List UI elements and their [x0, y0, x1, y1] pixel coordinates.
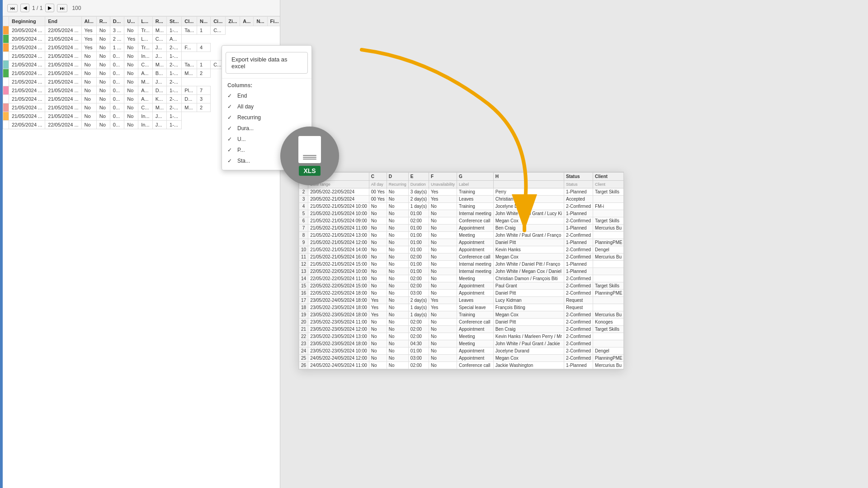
spreadsheet-cell: 04:30	[408, 340, 429, 347]
dropdown-column-item[interactable]: ✓All day	[222, 101, 311, 112]
spreadsheet-cell: 01:00	[408, 268, 429, 275]
spreadsheet-cell: No	[369, 217, 387, 225]
table-cell: 21/05/2024 ...	[45, 35, 81, 43]
table-cell: 0...	[110, 52, 124, 61]
spreadsheet-cell: Mercurius Bu	[593, 225, 624, 232]
spreadsheet-cell: 22/05/202-22/05/2024 15:00	[308, 282, 369, 290]
spreadsheet-cell: Perry	[493, 188, 564, 196]
spreadsheet-cell: No	[429, 333, 457, 340]
spreadsheet-cell	[593, 210, 624, 217]
col-cl[interactable]: Cl...	[182, 17, 197, 26]
spreadsheet-cell: 02:00	[408, 253, 429, 261]
table-cell: A...	[138, 86, 153, 95]
first-page-button[interactable]: ⏮	[7, 4, 18, 12]
spreadsheet-cell: Megan Cox	[493, 217, 564, 225]
spreadsheet-cell: No	[369, 246, 387, 253]
table-cell: 21/05/2024 ...	[9, 61, 45, 69]
spreadsheet-row: 1221/05/202-21/05/2024 15:00NoNo01:00NoI…	[299, 261, 624, 268]
table-cell: No	[96, 86, 110, 95]
table-cell: In...	[138, 121, 153, 129]
spreadsheet-cell: 2-Confirmed	[564, 333, 593, 340]
col-beginning[interactable]: Beginning	[9, 17, 45, 26]
spreadsheet-cell: 22/05/202-22/05/2024 18:00	[308, 290, 369, 297]
col-end[interactable]: End	[45, 17, 81, 26]
check-icon: ✓	[227, 136, 235, 142]
col-recurring-label: Recurring	[387, 181, 408, 188]
spreadsheet-cell: Dengel	[593, 246, 624, 253]
col-l[interactable]: L...	[138, 17, 153, 26]
spreadsheet-cell: 2-Confirmed	[564, 203, 593, 210]
spreadsheet-cell: No	[429, 275, 457, 282]
spreadsheet-cell: 2-Confirmed	[564, 217, 593, 225]
spreadsheet-cell: 01:00	[408, 210, 429, 217]
spreadsheet-cell: 1 day(s)	[408, 203, 429, 210]
spreadsheet-cell: Leaves	[457, 297, 494, 304]
doc-line	[303, 157, 316, 158]
col-n2[interactable]: N...	[254, 17, 267, 26]
spreadsheet-cell: No	[387, 261, 408, 268]
spreadsheet-cell: 24/05/202-24/05/2024 11:00	[308, 362, 369, 369]
col-client-label: Client	[593, 181, 624, 188]
spreadsheet-cell: No	[369, 210, 387, 217]
spreadsheet-cell: Appointment	[457, 290, 494, 297]
spreadsheet-cell: No	[429, 319, 457, 326]
table-cell: 2-...	[167, 43, 182, 52]
export-excel-button[interactable]: Export visible data as excel	[226, 52, 308, 74]
spreadsheet-cell: No	[387, 282, 408, 290]
col-zi[interactable]: Zi...	[226, 17, 240, 26]
dropdown-column-item[interactable]: ✓Recurring	[222, 112, 311, 123]
spreadsheet-cell: No	[369, 253, 387, 261]
last-page-button[interactable]: ⏭	[57, 4, 67, 12]
spreadsheet-cell: No	[387, 297, 408, 304]
spreadsheet-row: 2323/05/202-23/05/2024 18:00NoNo04:30NoM…	[299, 340, 624, 347]
spreadsheet-cell: Jocelyne Durand	[493, 203, 564, 210]
spreadsheet-cell: Appointment	[457, 246, 494, 253]
spreadsheet-cell: 2-Confirmed	[564, 275, 593, 282]
spreadsheet-cell: Megan Cox	[493, 355, 564, 362]
col-d[interactable]: D...	[110, 17, 124, 26]
spreadsheet-cell: 2-Confirmed	[564, 340, 593, 347]
spreadsheet-cell: 23/05/202-23/05/2024 11:00	[308, 319, 369, 326]
table-cell: 0...	[110, 69, 124, 78]
col-ci[interactable]: Ci...	[211, 17, 226, 26]
spreadsheet-cell: No	[429, 290, 457, 297]
next-page-button[interactable]: ▶	[45, 4, 54, 12]
col-n[interactable]: N...	[197, 17, 211, 26]
spreadsheet-cell: Request	[564, 304, 593, 311]
spreadsheet-cell: No	[387, 290, 408, 297]
spreadsheet-cell	[593, 196, 624, 203]
col-r2[interactable]: R...	[152, 17, 166, 26]
table-cell: No	[124, 121, 138, 129]
table-cell: B...	[152, 69, 166, 78]
spreadsheet-cell: Yes	[369, 304, 387, 311]
col-u[interactable]: U...	[124, 17, 138, 26]
spreadsheet-cell: 1-Planned	[564, 210, 593, 217]
spreadsheet-cell: Special leave	[457, 304, 494, 311]
col-a[interactable]: A...	[240, 17, 254, 26]
spreadsheet-row: 721/05/202-21/05/2024 11:00NoNo01:00NoAp…	[299, 225, 624, 232]
table-cell: A...	[167, 35, 182, 43]
spreadsheet-cell: 02:00	[408, 319, 429, 326]
col-st[interactable]: St...	[167, 17, 182, 26]
dropdown-column-item[interactable]: ✓End	[222, 90, 311, 101]
spreadsheet-cell: 02:00	[408, 333, 429, 340]
spreadsheet-cell: No	[387, 217, 408, 225]
table-row[interactable]: 20/05/2024 ...21/05/2024 ...YesNo2 ...Ye…	[3, 35, 280, 43]
spreadsheet-cell: No	[369, 282, 387, 290]
table-row[interactable]: 20/05/2024 ...22/05/2024 ...YesNo3 ...No…	[3, 26, 280, 35]
spreadsheet-cell: Appointment	[457, 239, 494, 246]
col-r[interactable]: R...	[96, 17, 110, 26]
check-icon: ✓	[227, 93, 235, 99]
table-cell: No	[81, 95, 96, 103]
spreadsheet-cell: Yes	[369, 311, 387, 319]
menu-divider	[222, 78, 311, 79]
col-al[interactable]: Al...	[81, 17, 96, 26]
col-fi[interactable]: Fi...	[267, 17, 280, 26]
table-cell: No	[96, 52, 110, 61]
table-cell: 21/05/2024 ...	[45, 69, 81, 78]
column-item-label: Recurring	[237, 114, 261, 121]
prev-page-button[interactable]: ◀	[20, 4, 29, 12]
spreadsheet-cell: Appointment	[457, 282, 494, 290]
spreadsheet-cell: Training	[457, 311, 494, 319]
spreadsheet-cell: 23/05/202-23/05/2024 12:00	[308, 326, 369, 333]
